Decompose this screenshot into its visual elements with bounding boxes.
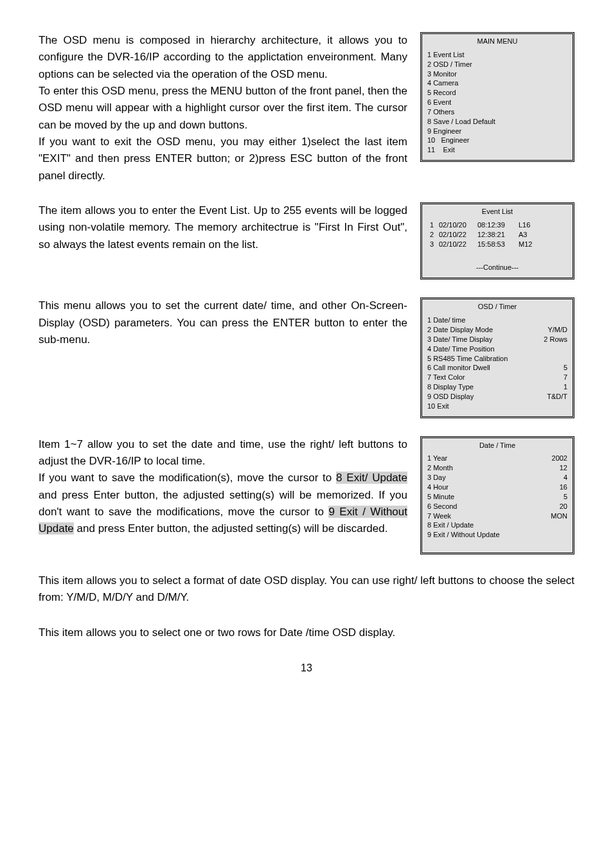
date-time-item: 8 Exit / Update [427,520,567,530]
osd-value: 7 [564,373,567,382]
date-time-item: 6 Second20 [427,502,567,511]
osd-timer-item: 9 OSD DisplayT&D/T [427,392,567,402]
date-time-item: 1 Year2002 [427,454,567,463]
main-menu-item: 5 Record [427,88,567,98]
date-time-title: Date / Time [422,438,573,453]
dt-value: 2002 [552,454,567,463]
osd-timer-box: OSD / Timer 1 Date/ time2 Date Display M… [420,297,574,418]
main-menu-body: 1 Event List2 OSD / Timer3 Monitor4 Came… [422,49,573,160]
main-menu-box-wrap: MAIN MENU 1 Event List2 OSD / Timer3 Mon… [420,32,574,162]
date-time-item: 7 WeekMON [427,511,567,521]
date-time-item: 4 Hour16 [427,483,567,492]
para-4b: If you want to save the modification(s),… [39,470,407,537]
para-1b: To enter this OSD menu, press the MENU b… [39,83,407,134]
dt-label: 3 Day [427,473,446,483]
ev-num: 1 [430,220,439,230]
ev-code: M12 [519,240,567,249]
osd-value: Y/M/D [547,325,567,335]
date-time-item: 3 Day4 [427,473,567,483]
osd-timer-item: 1 Date/ time [427,315,567,325]
dt-value: 16 [560,483,567,492]
section-date-time: Item 1~7 allow you to set the date and t… [39,436,574,554]
osd-timer-item: 7 Text Color7 [427,373,567,382]
date-time-item: 9 Exit / Without Update [427,530,567,540]
dt-label: 1 Year [427,454,447,463]
para-5: This item allows you to select a format … [39,572,574,607]
date-time-item: 2 Month12 [427,463,567,473]
para-1a: The OSD menu is composed in hierarchy ar… [39,32,407,83]
main-menu-title: MAIN MENU [422,34,573,49]
main-menu-item: 1 Event List [427,50,567,60]
osd-timer-box-wrap: OSD / Timer 1 Date/ time2 Date Display M… [420,297,574,418]
dt-value: 5 [564,492,567,502]
ev-time: 08:12:39 [477,220,519,230]
dt-value: 12 [560,463,567,473]
event-list-row: 302/10/2215:58:53M12 [430,240,567,249]
date-time-item: 5 Minute5 [427,492,567,502]
ev-date: 02/10/20 [439,220,477,230]
dt-label: 2 Month [427,463,453,473]
osd-timer-item: 3 Date/ Time Display2 Rows [427,335,567,344]
date-time-box: Date / Time 1 Year20022 Month123 Day44 H… [420,436,574,554]
main-menu-item: 2 OSD / Timer [427,60,567,69]
para4-b1: If you want to save the modification(s),… [39,472,336,484]
dt-label: 6 Second [427,502,457,511]
osd-label: 8 Display Type [427,382,474,392]
osd-label: 7 Text Color [427,373,465,382]
osd-label: 5 RS485 Time Calibration [427,354,508,364]
main-menu-item: 4 Camera [427,78,567,88]
ev-date: 02/10/22 [439,230,477,240]
date-time-box-wrap: Date / Time 1 Year20022 Month123 Day44 H… [420,436,574,554]
osd-label: 1 Date/ time [427,315,465,325]
main-menu-item: 8 Save / Load Default [427,117,567,127]
ev-num: 2 [430,230,439,240]
event-list-text: The item allows you to enter the Event L… [39,202,407,253]
event-list-box-wrap: Event List 102/10/2008:12:39L16202/10/22… [420,202,574,279]
dt-label: 9 Exit / Without Update [427,530,500,540]
main-menu-item: 10 Engineer [427,136,567,145]
osd-timer-item: 10 Exit [427,402,567,411]
page-number: 13 [39,660,574,677]
section-osd-timer: This menu allows you to set the current … [39,297,574,418]
dt-value: 20 [560,502,567,511]
main-menu-item: 7 Others [427,107,567,117]
osd-timer-item: 2 Date Display ModeY/M/D [427,325,567,335]
date-time-body: 1 Year20022 Month123 Day44 Hour165 Minut… [422,452,573,553]
osd-label: 9 OSD Display [427,392,474,402]
osd-timer-item: 6 Call monitor Dwell5 [427,363,567,373]
ev-code: L16 [519,220,567,230]
ev-num: 3 [430,240,439,249]
event-list-title: Event List [422,204,573,219]
section-intro: The OSD menu is composed in hierarchy ar… [39,32,574,184]
dt-label: 5 Minute [427,492,454,502]
dt-value: 4 [564,473,567,483]
osd-timer-item: 4 Date/ Time Position [427,344,567,354]
osd-timer-item: 5 RS485 Time Calibration [427,354,567,364]
main-menu-item: 9 Engineer [427,127,567,136]
osd-timer-body: 1 Date/ time2 Date Display ModeY/M/D3 Da… [422,314,573,416]
dt-value: MON [551,511,567,521]
highlight-exit-update: 8 Exit/ Update [336,472,407,484]
dt-label: 7 Week [427,511,451,521]
osd-value: T&D/T [547,392,567,402]
osd-value: 5 [564,363,567,373]
section-event-list: The item allows you to enter the Event L… [39,202,574,279]
osd-timer-item: 8 Display Type1 [427,382,567,392]
main-menu-item: 3 Monitor [427,69,567,79]
main-menu-box: MAIN MENU 1 Event List2 OSD / Timer3 Mon… [420,32,574,162]
osd-label: 2 Date Display Mode [427,325,493,335]
osd-timer-title: OSD / Timer [422,299,573,314]
event-list-continue: ---Continue--- [422,254,573,278]
ev-code: A3 [519,230,567,240]
osd-timer-text: This menu allows you to set the current … [39,297,407,348]
osd-label: 4 Date/ Time Position [427,344,495,354]
event-list-box: Event List 102/10/2008:12:39L16202/10/22… [420,202,574,279]
main-menu-item: 11 Exit [427,145,567,155]
osd-value: 1 [564,382,567,392]
dt-label: 4 Hour [427,483,449,492]
osd-value: 2 Rows [544,335,567,344]
para4-b3: and press Enter button, the adjusted set… [74,522,388,535]
event-list-row: 102/10/2008:12:39L16 [430,220,567,230]
dt-label: 8 Exit / Update [427,520,474,530]
date-time-text: Item 1~7 allow you to set the date and t… [39,436,407,538]
